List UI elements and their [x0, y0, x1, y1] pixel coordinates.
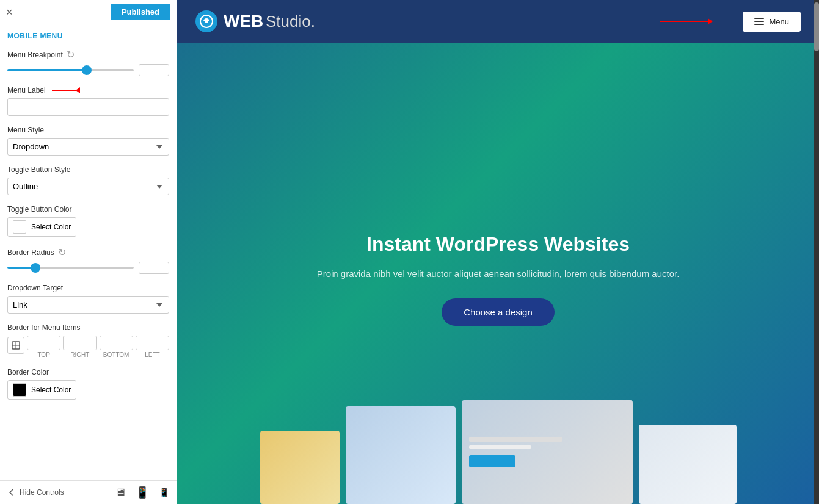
hero-cta-button[interactable]: Choose a design: [442, 298, 555, 326]
border-inputs-row-top: TOP RIGHT BOTTOM LEFT: [27, 336, 169, 358]
dropdown-target-label: Dropdown Target: [7, 284, 169, 292]
logo-web: WEB: [224, 12, 263, 31]
toggle-button-color-picker[interactable]: Select Color: [7, 217, 76, 237]
border-select-color-label: Select Color: [31, 386, 71, 394]
border-color-swatch: [13, 383, 26, 397]
border-left-label: LEFT: [145, 351, 159, 358]
hamburger-line-2: [754, 21, 764, 22]
logo-icon: [195, 10, 217, 32]
tablet-icon[interactable]: 📱: [136, 486, 149, 499]
border-color-label: Border Color: [7, 368, 169, 376]
border-top-label: TOP: [37, 351, 49, 358]
toggle-button-color-swatch: [13, 220, 26, 234]
border-bottom-input[interactable]: [100, 336, 133, 350]
right-preview: WEB Studio. Menu Instant WordPress Websi…: [177, 0, 819, 504]
panel-content: MOBILE MENU Menu Breakpoint ↻ 768 Menu L…: [0, 24, 177, 480]
border-bottom-wrap: BOTTOM: [100, 336, 133, 358]
publish-button[interactable]: Published: [111, 4, 170, 20]
desktop-icon[interactable]: 🖥: [115, 486, 126, 499]
red-arrow-right: [660, 21, 709, 22]
menu-style-field: Menu Style Dropdown Fullscreen Slide: [7, 126, 169, 156]
menu-label-field: Menu Label Menu: [7, 86, 169, 116]
svg-point-4: [205, 20, 208, 23]
reset-border-radius-button[interactable]: ↻: [58, 247, 66, 258]
preview-card-2: [346, 406, 456, 504]
preview-card-3: [462, 400, 633, 504]
border-menu-items-field: Border for Menu Items TOP: [7, 323, 169, 358]
mobile-icon[interactable]: 📱: [159, 488, 169, 497]
hamburger-icon: [754, 18, 764, 25]
border-radius-value[interactable]: 10: [139, 262, 169, 274]
toggle-button-style-field: Toggle Button Style Outline Fill Plain: [7, 165, 169, 195]
left-panel: × Published MOBILE MENU Menu Breakpoint …: [0, 0, 177, 504]
menu-style-select[interactable]: Dropdown Fullscreen Slide: [7, 138, 169, 156]
border-bottom-label: BOTTOM: [103, 351, 129, 358]
logo-svg: [200, 15, 213, 28]
preview-header: WEB Studio. Menu: [177, 0, 819, 43]
dropdown-target-field: Dropdown Target Link Button Both: [7, 284, 169, 314]
reset-breakpoint-button[interactable]: ↻: [67, 49, 75, 60]
preview-card-1: [260, 431, 340, 504]
border-radius-label: Border Radius ↻: [7, 247, 169, 258]
breakpoint-slider[interactable]: [7, 69, 134, 71]
border-left-input[interactable]: [136, 336, 169, 350]
menu-breakpoint-label: Menu Breakpoint ↻: [7, 49, 169, 60]
toggle-button-color-label: Toggle Button Color: [7, 205, 169, 214]
top-bar: × Published: [0, 0, 177, 24]
menu-label-input[interactable]: Menu: [7, 98, 169, 116]
toggle-button-select-color-label: Select Color: [31, 223, 71, 231]
section-title: MOBILE MENU: [7, 32, 169, 40]
border-inputs: TOP RIGHT BOTTOM LEFT: [7, 336, 169, 358]
preview-menu-button[interactable]: Menu: [743, 12, 801, 32]
menu-style-label: Menu Style: [7, 126, 169, 134]
border-right-input[interactable]: [63, 336, 96, 350]
scrollbar[interactable]: [814, 0, 819, 504]
toggle-button-color-field: Toggle Button Color Select Color: [7, 205, 169, 237]
dropdown-target-select[interactable]: Link Button Both: [7, 296, 169, 314]
border-top-input[interactable]: [27, 336, 60, 350]
border-left-wrap: LEFT: [136, 336, 169, 358]
border-menu-items-label: Border for Menu Items: [7, 323, 169, 332]
hero-title: Instant WordPress Websites: [366, 233, 630, 256]
scrollbar-thumb[interactable]: [814, 2, 819, 51]
card-row: [260, 400, 737, 504]
logo-studio: Studio.: [266, 12, 315, 31]
breakpoint-value[interactable]: 768: [139, 64, 169, 76]
menu-button-label: Menu: [769, 17, 789, 26]
border-input-group: TOP RIGHT BOTTOM LEFT: [27, 336, 169, 358]
hamburger-line-1: [754, 18, 764, 19]
close-button[interactable]: ×: [6, 7, 13, 18]
border-link-icon[interactable]: [7, 337, 24, 354]
bottom-bar: Hide Controls 🖥 📱 📱: [0, 480, 177, 504]
border-radius-slider[interactable]: [7, 267, 134, 269]
border-right-label: RIGHT: [70, 351, 89, 358]
hide-controls[interactable]: Hide Controls: [7, 488, 64, 497]
breakpoint-slider-container: 768: [7, 64, 169, 76]
logo-text: WEB Studio.: [224, 12, 315, 31]
hero-subtitle: Proin gravida nibh vel velit auctor aliq…: [317, 267, 680, 281]
preview-card-4: [639, 425, 737, 504]
device-icons: 🖥 📱 📱: [115, 486, 169, 499]
menu-label-arrow: [52, 90, 76, 91]
toggle-button-style-label: Toggle Button Style: [7, 165, 169, 174]
border-color-picker[interactable]: Select Color: [7, 380, 76, 400]
logo-area: WEB Studio.: [195, 10, 315, 32]
border-right-wrap: RIGHT: [63, 336, 96, 358]
hamburger-line-3: [754, 24, 764, 25]
border-radius-slider-container: 10: [7, 262, 169, 274]
border-color-field: Border Color Select Color: [7, 368, 169, 400]
border-radius-field: Border Radius ↻ 10: [7, 247, 169, 274]
menu-label-label: Menu Label: [7, 86, 169, 95]
border-top-wrap: TOP: [27, 336, 60, 358]
hide-controls-label: Hide Controls: [20, 488, 64, 497]
chevron-left-icon: [7, 488, 16, 497]
preview-hero: Instant WordPress Websites Proin gravida…: [177, 43, 819, 504]
red-arrow-line: [660, 21, 709, 22]
menu-breakpoint-field: Menu Breakpoint ↻ 768: [7, 49, 169, 76]
toggle-button-style-select[interactable]: Outline Fill Plain: [7, 178, 169, 195]
